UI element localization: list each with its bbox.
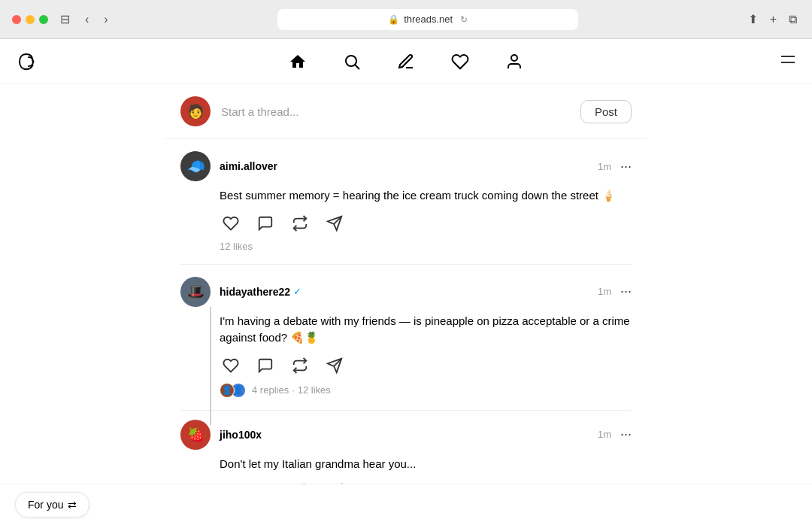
thread-line xyxy=(210,307,211,425)
post-1-like-button[interactable] xyxy=(220,212,242,235)
post-2-replies: 4 replies xyxy=(252,384,289,396)
post-1-header: 🧢 aimi.allover 1m ··· xyxy=(180,151,632,181)
nav-icons xyxy=(289,53,523,71)
reply-post-username[interactable]: jiho100x xyxy=(220,429,262,441)
address-bar[interactable]: 🔒 threads.net ↻ xyxy=(277,9,578,30)
reply-post-like-button[interactable] xyxy=(220,480,242,484)
back-button[interactable]: ‹ xyxy=(82,10,92,29)
activity-icon[interactable] xyxy=(451,53,469,71)
post-2-user-row: hidayathere22 ✓ 1m ··· xyxy=(220,284,632,299)
post-1-time: 1m xyxy=(598,161,611,172)
post-2-content: I'm having a debate with my friends — is… xyxy=(220,313,632,347)
bottom-bar: For you ⇄ xyxy=(0,484,812,525)
post-2: 🎩 hidayathere22 ✓ 1m ··· I'm having a de… xyxy=(180,265,632,411)
post-2-header: 🎩 hidayathere22 ✓ 1m ··· xyxy=(180,277,632,307)
threads-logo[interactable] xyxy=(15,48,42,75)
post-2-likes: 12 likes xyxy=(298,384,331,396)
compose-icon[interactable] xyxy=(397,53,415,71)
reply-post-time: 1m xyxy=(598,429,611,440)
post-1-comment-button[interactable] xyxy=(254,212,277,235)
verified-badge: ✓ xyxy=(293,286,301,297)
sidebar-toggle[interactable]: ⊟ xyxy=(57,9,73,29)
svg-point-3 xyxy=(511,55,517,61)
post-2-username[interactable]: hidayathere22 xyxy=(220,286,290,298)
reply-post-meta: jiho100x 1m ··· xyxy=(220,426,632,442)
for-you-button[interactable]: For you ⇄ xyxy=(15,492,89,517)
post-2-more[interactable]: ··· xyxy=(620,284,632,299)
post-1-repost-button[interactable] xyxy=(289,212,311,235)
reply-post-user-row: jiho100x 1m ··· xyxy=(220,426,632,442)
traffic-lights xyxy=(12,15,48,24)
reload-icon[interactable]: ↻ xyxy=(460,14,468,25)
home-icon[interactable] xyxy=(289,53,307,71)
reply-post-content: Don't let my Italian grandma hear you... xyxy=(220,456,632,473)
current-user-avatar: 🧑 xyxy=(180,96,211,126)
reply-post-comment-button[interactable] xyxy=(254,480,277,484)
reply-post-repost-button[interactable] xyxy=(289,480,311,484)
reply-avatar-1: 👤 xyxy=(220,383,235,398)
post-1-content: Best summer memory = hearing the ice cre… xyxy=(220,187,632,205)
reply-post-actions xyxy=(220,480,632,484)
post-1-stats: 12 likes xyxy=(220,241,632,252)
tab-overview-button[interactable]: ⧉ xyxy=(786,10,800,29)
post-button[interactable]: Post xyxy=(580,100,632,123)
url-text: threads.net xyxy=(404,14,453,25)
post-2-time: 1m xyxy=(598,286,611,297)
new-tab-button[interactable]: + xyxy=(767,10,780,29)
search-icon[interactable] xyxy=(343,53,361,71)
maximize-button[interactable] xyxy=(39,15,48,24)
reply-post-more[interactable]: ··· xyxy=(620,426,632,442)
post-1-username[interactable]: aimi.allover xyxy=(220,160,277,172)
minimize-button[interactable] xyxy=(26,15,35,24)
reply-post: 🍓 jiho100x 1m ··· Don't let my Italian g… xyxy=(180,411,632,484)
post-2-dot: · xyxy=(292,384,295,396)
svg-point-0 xyxy=(32,60,35,62)
for-you-label: For you xyxy=(28,499,63,511)
post-2-avatar[interactable]: 🎩 xyxy=(180,277,211,307)
svg-point-1 xyxy=(346,56,356,66)
forward-button[interactable]: › xyxy=(101,10,111,29)
post-container-1: 🧢 aimi.allover 1m ··· Best summer memory… xyxy=(165,139,647,265)
start-thread-placeholder[interactable]: Start a thread... xyxy=(221,105,580,118)
post-1-avatar[interactable]: 🧢 xyxy=(180,151,211,181)
share-button[interactable]: ⬆ xyxy=(745,9,761,29)
post-2-like-button[interactable] xyxy=(220,354,242,377)
svg-line-2 xyxy=(356,65,360,69)
post-1-actions xyxy=(220,212,632,235)
start-thread-bar: 🧑 Start a thread... Post xyxy=(165,84,647,139)
post-1-user-row: aimi.allover 1m ··· xyxy=(220,159,632,174)
post-1-likes: 12 likes xyxy=(220,241,253,252)
post-2-repost-button[interactable] xyxy=(289,354,311,377)
reply-post-header: 🍓 jiho100x 1m ··· xyxy=(180,420,632,450)
lock-icon: 🔒 xyxy=(388,14,399,25)
post-2-comment-button[interactable] xyxy=(254,354,277,377)
reply-post-avatar[interactable]: 🍓 xyxy=(180,420,211,450)
post-1: 🧢 aimi.allover 1m ··· Best summer memory… xyxy=(180,139,632,265)
close-button[interactable] xyxy=(12,15,21,24)
menu-icon[interactable] xyxy=(779,50,797,72)
app: 🧑 Start a thread... Post 🧢 aimi.allover … xyxy=(0,39,812,525)
post-2-meta: hidayathere22 ✓ 1m ··· xyxy=(220,284,632,299)
profile-icon[interactable] xyxy=(505,53,523,71)
browser-chrome: ⊟ ‹ › 🔒 threads.net ↻ ⬆ + ⧉ xyxy=(0,0,812,39)
post-2-share-button[interactable] xyxy=(323,354,346,377)
post-container-2: 🎩 hidayathere22 ✓ 1m ··· I'm having a de… xyxy=(165,265,647,484)
browser-actions: ⬆ + ⧉ xyxy=(745,9,800,29)
post-2-actions xyxy=(220,354,632,377)
post-1-meta: aimi.allover 1m ··· xyxy=(220,159,632,174)
reply-post-share-button[interactable] xyxy=(323,480,346,484)
reply-avatars: 👤 👤 xyxy=(220,383,246,398)
switch-icon: ⇄ xyxy=(68,499,77,511)
post-1-more[interactable]: ··· xyxy=(620,159,632,174)
post-2-reply-section: 👤 👤 4 replies · 12 likes xyxy=(220,383,632,398)
post-1-share-button[interactable] xyxy=(323,212,346,235)
feed: 🧑 Start a thread... Post 🧢 aimi.allover … xyxy=(0,84,812,484)
top-nav xyxy=(0,39,812,84)
